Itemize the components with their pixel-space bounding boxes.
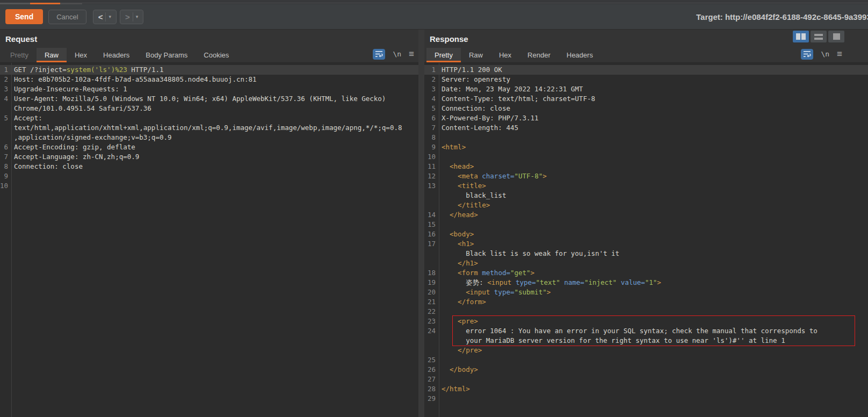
line-content: Content-Type: text/html; charset=UTF-8 bbox=[438, 94, 868, 104]
tab-headers[interactable]: Headers bbox=[559, 48, 601, 62]
line-content: Connection: close bbox=[11, 162, 418, 171]
line-number: 6 bbox=[0, 142, 11, 152]
code-line: </h1> bbox=[424, 258, 868, 268]
code-line: 8 bbox=[424, 133, 868, 142]
line-number: 22 bbox=[424, 307, 438, 317]
line-content bbox=[438, 307, 868, 317]
tab-raw[interactable]: Raw bbox=[37, 48, 67, 62]
tab-hex[interactable]: Hex bbox=[491, 48, 519, 62]
word-wrap-icon bbox=[803, 51, 811, 57]
code-line: 24 error 1064 : You have an error in you… bbox=[424, 326, 868, 336]
line-number: 24 bbox=[424, 326, 438, 336]
code-line: 25 bbox=[424, 355, 868, 365]
code-line: 7Accept-Language: zh-CN,zh;q=0.9 bbox=[0, 152, 418, 162]
line-content: </h1> bbox=[438, 258, 868, 268]
code-line: 9 bbox=[0, 171, 418, 181]
layout-split-columns-button[interactable] bbox=[793, 31, 809, 42]
editor-menu-icon[interactable]: ≡ bbox=[837, 49, 842, 59]
line-number: 25 bbox=[424, 355, 438, 365]
back-button[interactable]: < ▾ bbox=[93, 10, 117, 24]
line-content bbox=[438, 355, 868, 365]
line-number: 7 bbox=[0, 152, 11, 162]
request-panel-title: Request bbox=[5, 34, 37, 44]
code-line: 1GET /?inject=system('ls')%23 HTTP/1.1 bbox=[0, 65, 418, 75]
forward-button[interactable]: > ▾ bbox=[120, 10, 143, 24]
forward-dropdown-caret-icon[interactable]: ▾ bbox=[133, 14, 141, 19]
repeater-tab-strip[interactable] bbox=[0, 0, 868, 4]
line-number: 19 bbox=[424, 278, 438, 287]
response-panel-header: Response bbox=[424, 30, 868, 48]
line-number bbox=[424, 258, 438, 268]
back-dropdown-caret-icon[interactable]: ▾ bbox=[106, 14, 114, 19]
line-content: <h1> bbox=[438, 239, 868, 249]
layout-split-rows-button[interactable] bbox=[811, 31, 827, 42]
tab-cookies[interactable]: Cookies bbox=[196, 48, 237, 62]
line-content bbox=[438, 133, 868, 142]
tab-render[interactable]: Render bbox=[519, 48, 559, 62]
code-line: black_list bbox=[424, 191, 868, 200]
tab-headers[interactable]: Headers bbox=[95, 48, 138, 62]
line-content: Date: Mon, 23 May 2022 14:22:31 GMT bbox=[438, 84, 868, 94]
response-panel: Response PrettyRawHexRenderHeaders \n ≡ bbox=[424, 30, 868, 417]
code-line: 18 <form method="get"> bbox=[424, 268, 868, 278]
code-line: 6Accept-Encoding: gzip, deflate bbox=[0, 142, 418, 152]
layout-single-pane-button[interactable] bbox=[828, 31, 844, 42]
code-line: 16 <body> bbox=[424, 229, 868, 239]
code-line: 20 <input type="submit"> bbox=[424, 287, 868, 297]
line-number: 26 bbox=[424, 365, 438, 375]
line-content: <form method="get"> bbox=[438, 268, 868, 278]
line-number: 29 bbox=[424, 394, 438, 404]
forward-arrow-icon: > bbox=[122, 12, 133, 21]
tab-pretty[interactable]: Pretty bbox=[426, 48, 461, 62]
newline-toggle-icon[interactable]: \n bbox=[821, 50, 829, 58]
line-content: Host: e8b705b2-102a-4fdf-b7ad-a55aaa3488… bbox=[11, 75, 418, 84]
line-number: 1 bbox=[424, 65, 438, 75]
line-content bbox=[438, 220, 868, 229]
response-editor[interactable]: 1HTTP/1.1 200 OK2Server: openresty3Date:… bbox=[424, 63, 868, 417]
line-content: GET /?inject=system('ls')%23 HTTP/1.1 bbox=[11, 65, 418, 75]
editor-menu-icon[interactable]: ≡ bbox=[409, 49, 414, 59]
back-arrow-icon: < bbox=[96, 12, 106, 21]
request-editor[interactable]: 1GET /?inject=system('ls')%23 HTTP/1.12H… bbox=[0, 63, 418, 417]
line-content: <meta charset="UTF-8"> bbox=[438, 171, 868, 181]
code-line: 8Connection: close bbox=[0, 162, 418, 171]
line-number: 7 bbox=[424, 123, 438, 133]
word-wrap-toggle-button[interactable] bbox=[801, 49, 813, 60]
word-wrap-toggle-button[interactable] bbox=[373, 49, 385, 60]
line-content: </body> bbox=[438, 365, 868, 375]
line-content: <pre> bbox=[438, 317, 868, 326]
line-content: your MariaDB server version for the righ… bbox=[438, 336, 868, 346]
code-line: 3Upgrade-Insecure-Requests: 1 bbox=[0, 84, 418, 94]
code-line: 1HTTP/1.1 200 OK bbox=[424, 65, 868, 75]
line-number: 20 bbox=[424, 287, 438, 297]
line-content: </pre> bbox=[438, 346, 868, 355]
newline-toggle-icon[interactable]: \n bbox=[393, 50, 401, 58]
code-line: 23 <pre> bbox=[424, 317, 868, 326]
tab-hex[interactable]: Hex bbox=[67, 48, 95, 62]
target-label[interactable]: Target: http://e084f2f2-6188-492c-8645-9… bbox=[696, 12, 868, 21]
send-button[interactable]: Send bbox=[5, 9, 43, 24]
line-content: </title> bbox=[438, 200, 868, 210]
line-number: 8 bbox=[0, 162, 11, 171]
line-number: 6 bbox=[424, 113, 438, 123]
line-number: 13 bbox=[424, 181, 438, 191]
tab-body-params[interactable]: Body Params bbox=[138, 48, 196, 62]
tab-pretty[interactable]: Pretty bbox=[2, 48, 37, 62]
line-number: 15 bbox=[424, 220, 438, 229]
line-content: Black list is so weak for you,isn't it bbox=[438, 249, 868, 258]
panel-splitter[interactable] bbox=[418, 30, 424, 417]
tab-raw[interactable]: Raw bbox=[461, 48, 491, 62]
line-number: 2 bbox=[424, 75, 438, 84]
code-line: 2Host: e8b705b2-102a-4fdf-b7ad-a55aaa348… bbox=[0, 75, 418, 84]
cancel-button[interactable]: Cancel bbox=[48, 10, 86, 24]
repeater-main-area: Request PrettyRawHexHeadersBody ParamsCo… bbox=[0, 30, 868, 417]
line-content: Accept-Encoding: gzip, deflate bbox=[11, 142, 418, 152]
line-content: HTTP/1.1 200 OK bbox=[438, 65, 868, 75]
code-line: 10 bbox=[424, 152, 868, 162]
line-content bbox=[438, 152, 868, 162]
line-number: 12 bbox=[424, 171, 438, 181]
code-line: 28</html> bbox=[424, 384, 868, 394]
line-number: 17 bbox=[424, 239, 438, 249]
line-number: 11 bbox=[424, 162, 438, 171]
code-line: Chrome/101.0.4951.54 Safari/537.36 bbox=[0, 104, 418, 113]
